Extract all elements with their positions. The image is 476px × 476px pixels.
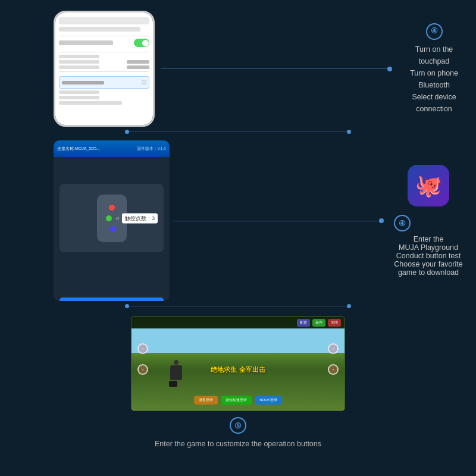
step2-badge: ④ xyxy=(394,215,411,231)
phone-divider-1 xyxy=(59,36,149,36)
step2-line3: Conduct button test xyxy=(394,252,462,260)
section2: 连接名称:MOJA_5D5... 固件版本：V1.0 50% « xyxy=(0,140,476,301)
phone-small-text-c xyxy=(59,101,122,105)
game-btn-wechat[interactable]: 微信快速登录 xyxy=(221,396,252,405)
phone-row-a xyxy=(59,90,149,94)
h-line-2 xyxy=(125,306,351,306)
step1-line6: connection xyxy=(416,103,452,115)
connector-1 xyxy=(161,67,392,71)
step1-line4: Bluetooth xyxy=(418,79,450,91)
circle-btn-icon-3: + xyxy=(332,347,334,350)
toggle-bluetooth[interactable] xyxy=(134,39,149,47)
game-character xyxy=(167,360,185,393)
circle-btn-icon-2: + xyxy=(142,368,144,371)
h-line-1 xyxy=(125,131,351,132)
divider-1 xyxy=(0,131,476,132)
step2-line2: MUJA Playground xyxy=(394,243,462,252)
phone-small-text-b xyxy=(59,96,99,99)
game-circle-btn-3[interactable]: + xyxy=(328,343,339,354)
phone-small-row-3 xyxy=(59,65,149,69)
game-btn-guest[interactable]: 游客登录 xyxy=(194,396,218,405)
game-circle-btn-4[interactable]: + xyxy=(328,364,339,375)
step5-text: Enter the game to customize the operatio… xyxy=(155,440,321,448)
circle-btn-icon-1: + xyxy=(142,347,144,350)
highlighted-arrow: ⓘ xyxy=(142,79,146,86)
game-btn-nook[interactable]: NOOK登录 xyxy=(255,396,282,405)
connector-2 xyxy=(173,218,384,223)
section1: ⓘ ④ xyxy=(0,11,476,127)
game-config-btn[interactable]: 配置 xyxy=(297,319,310,327)
upgrade-button[interactable]: 固件升级 xyxy=(60,298,164,301)
phone-small-text-1 xyxy=(59,55,99,58)
phone-small-rows xyxy=(59,55,149,69)
phone-bluetooth-toggle-row xyxy=(59,39,149,47)
phone-row-c xyxy=(59,101,149,105)
app-firmware-version: 固件版本：V1.0 xyxy=(137,146,166,152)
phone-row-1 xyxy=(59,27,140,32)
step1-badge: ④ xyxy=(426,23,443,40)
app-mockup: 连接名称:MOJA_5D5... 固件版本：V1.0 50% « xyxy=(54,140,170,301)
phone-row-b xyxy=(59,96,149,99)
count-box: 触控点数：3 xyxy=(122,213,158,223)
line-1 xyxy=(161,68,387,69)
touch-count-value: 3 xyxy=(152,215,155,221)
phone-screen: ⓘ xyxy=(55,12,153,125)
phone-divider-2 xyxy=(59,52,149,52)
section2-right: 🐙 ④ Enter the MUJA Playground Conduct bu… xyxy=(393,165,464,277)
step1-line3: Turn on phone xyxy=(410,67,458,79)
step2-text-block: ④ Enter the MUJA Playground Conduct butt… xyxy=(394,215,462,277)
game-save-btn[interactable]: 保存 xyxy=(312,319,325,327)
phone-small-text-3 xyxy=(59,65,99,69)
phone-small-row-1 xyxy=(59,55,149,58)
game-screenshot: 配置 保存 关闭 绝地求生 全军出击 + xyxy=(131,316,345,411)
step1-line1: Turn on the xyxy=(415,43,453,55)
app-header: 连接名称:MOJA_5D5... 固件版本：V1.0 xyxy=(54,140,170,157)
step1-line5: Select device xyxy=(412,91,456,103)
game-circle-btn-1[interactable]: + xyxy=(137,343,148,354)
dot-2 xyxy=(379,218,384,223)
game-top-bar: 配置 保存 关闭 xyxy=(131,317,345,328)
phone-status-bar xyxy=(59,17,149,24)
divider-2 xyxy=(0,306,476,306)
phone-small-text-2 xyxy=(59,60,99,64)
section3: 配置 保存 关闭 绝地求生 全军出击 + xyxy=(0,316,476,448)
phone-row-label xyxy=(59,40,113,45)
app-device-area: « 触控点数：3 xyxy=(60,184,164,252)
step2-line4: Choose your favorite xyxy=(394,260,462,268)
phone-small-text-a xyxy=(59,90,99,94)
app-connection-name: 连接名称:MOJA_5D5... xyxy=(57,146,100,152)
phone-highlighted-device-row[interactable]: ⓘ xyxy=(59,76,149,89)
step2-line1: Enter the xyxy=(394,235,462,243)
chevrons-icon: « xyxy=(115,214,120,223)
btn-dot-red xyxy=(109,205,115,211)
highlighted-device-text xyxy=(62,81,104,84)
step2-line5: game to download xyxy=(394,268,462,277)
phone-small-value-3 xyxy=(127,65,149,69)
page-container: ⓘ ④ xyxy=(0,0,476,476)
line-2 xyxy=(173,221,379,221)
phone-more-rows xyxy=(59,90,149,105)
btn-dot-green xyxy=(106,215,112,221)
step1-line2: touchpad xyxy=(419,55,449,67)
game-circle-btn-2[interactable]: + xyxy=(137,364,148,375)
step5-badge: ⑤ xyxy=(230,417,246,434)
game-scenery: 绝地求生 全军出击 + + + + 游客登录 微信快速登录 N xyxy=(131,328,345,411)
phone-mockup: ⓘ xyxy=(54,11,155,127)
game-title: 绝地求生 全军出击 xyxy=(211,365,265,374)
phone-small-row-2 xyxy=(59,60,149,64)
step5-area: ⑤ Enter the game to customize the operat… xyxy=(155,417,321,448)
game-close-btn[interactable]: 关闭 xyxy=(328,319,341,327)
app-main-area: 50% « 触控点数：3 xyxy=(54,184,170,295)
phone-divider-3 xyxy=(59,71,149,72)
muja-app-icon: 🐙 xyxy=(408,165,449,206)
circle-btn-icon-4: + xyxy=(332,368,334,371)
phone-small-value-2 xyxy=(127,60,149,64)
step1-text-block: ④ Turn on the touchpad Turn on phone Blu… xyxy=(410,23,458,115)
touch-count-label: 触控点数： xyxy=(125,215,152,221)
btn-dot-blue xyxy=(110,226,116,232)
touch-count: « 触控点数：3 xyxy=(115,213,158,223)
game-bottom-btns: 游客登录 微信快速登录 NOOK登录 xyxy=(194,396,282,405)
dot-1 xyxy=(387,67,392,71)
